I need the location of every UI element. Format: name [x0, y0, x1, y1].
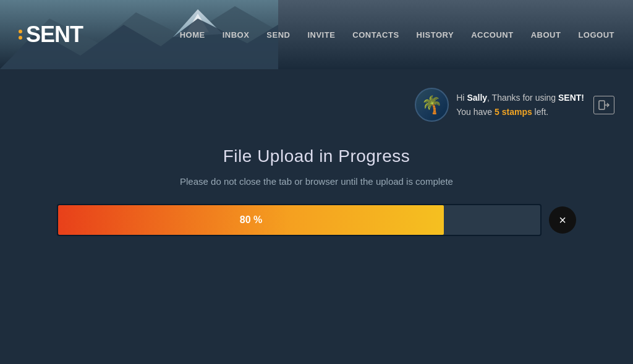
greeting-line1: Hi Sally, Thanks for using SENT! — [456, 91, 584, 104]
stamps-count: 5 — [495, 107, 499, 117]
svg-rect-5 — [599, 101, 605, 109]
upload-title: File Upload in Progress — [223, 146, 410, 166]
stamps-prefix: You have — [456, 107, 495, 117]
nav-home[interactable]: HOME — [180, 30, 205, 40]
logo-dots — [19, 30, 22, 40]
app-name-greeting: SENT! — [558, 93, 584, 103]
avatar-icon: 🌴 — [421, 95, 443, 115]
stamps-label: stamps — [502, 107, 532, 117]
greeting-line2: You have 5 stamps left. — [456, 105, 584, 119]
progress-label: 80 % — [240, 214, 262, 226]
nav-send[interactable]: SEND — [266, 30, 290, 40]
logo-text: SENT — [26, 22, 83, 48]
nav-inbox[interactable]: INBOX — [223, 30, 250, 40]
progress-container: 80 % × — [57, 204, 576, 236]
user-bar: 🌴 Hi Sally, Thanks for using SENT! You h… — [0, 82, 633, 128]
user-greeting-box: 🌴 Hi Sally, Thanks for using SENT! You h… — [415, 88, 584, 122]
nav-account[interactable]: ACCOUNT — [471, 30, 514, 40]
main-content: 🌴 Hi Sally, Thanks for using SENT! You h… — [0, 69, 633, 364]
upload-subtitle: Please do not close the tab or browser u… — [180, 176, 453, 187]
greeting-middle: , Thanks for using — [487, 93, 558, 103]
upload-section: File Upload in Progress Please do not cl… — [0, 146, 633, 236]
logout-icon[interactable] — [593, 96, 614, 114]
greeting-prefix: Hi — [456, 93, 467, 103]
header: SENT HOME INBOX SEND INVITE CONTACTS HIS… — [0, 0, 633, 69]
nav-logout[interactable]: LOGOUT — [578, 30, 614, 40]
avatar: 🌴 — [415, 88, 449, 122]
nav-invite[interactable]: INVITE — [307, 30, 335, 40]
nav-about[interactable]: ABOUT — [531, 30, 561, 40]
app-logo[interactable]: SENT — [19, 22, 83, 48]
progress-bar-inner: 80 % — [58, 205, 444, 235]
cancel-upload-button[interactable]: × — [549, 206, 576, 234]
greeting-text: Hi Sally, Thanks for using SENT! You hav… — [456, 91, 584, 119]
stamps-suffix: left. — [532, 107, 548, 117]
nav-history[interactable]: HISTORY — [417, 30, 454, 40]
user-name: Sally — [467, 93, 487, 103]
progress-bar-outer: 80 % — [57, 204, 542, 236]
nav-contacts[interactable]: CONTACTS — [352, 30, 399, 40]
main-nav: HOME INBOX SEND INVITE CONTACTS HISTORY … — [180, 30, 614, 40]
